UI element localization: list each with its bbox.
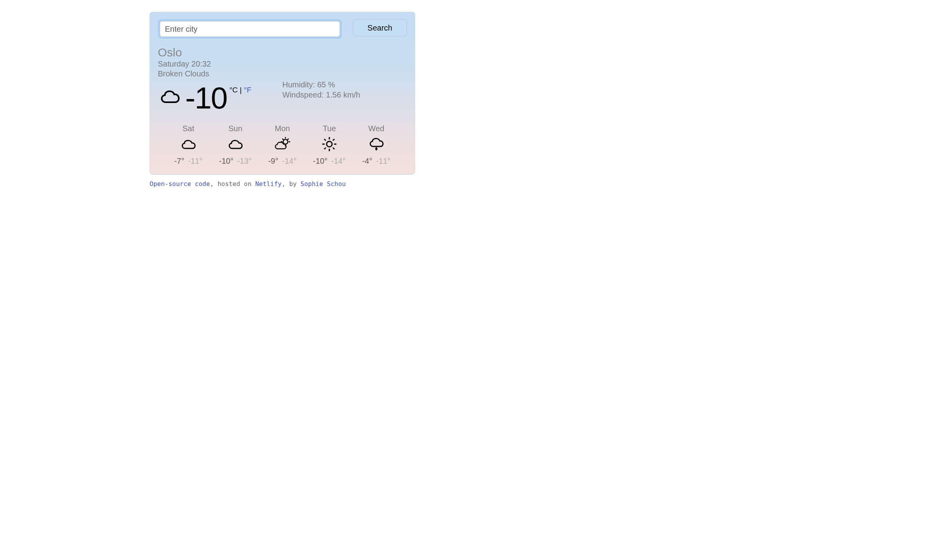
unit-separator: |: [238, 86, 244, 94]
forecast-temps: -4° -11°: [353, 157, 400, 166]
humidity-label: Humidity:: [282, 80, 317, 89]
forecast-day: Sun -10° -13°: [212, 124, 259, 166]
forecast-hi: -7°: [174, 157, 184, 165]
datetime-text: Saturday 20:32: [158, 59, 407, 69]
footer-text: , by: [282, 180, 300, 188]
netlify-link[interactable]: Netlify: [255, 180, 282, 188]
author-link[interactable]: Sophie Schou: [300, 180, 346, 188]
humidity-value: 65 %: [317, 80, 335, 89]
sun-icon: [306, 135, 353, 153]
forecast-day: Mon -9° -14°: [259, 124, 306, 166]
svg-point-7: [327, 141, 332, 147]
forecast-temps: -10° -14°: [306, 157, 353, 166]
svg-line-13: [333, 148, 334, 149]
footer: Open-source code, hosted on Netlify, by …: [150, 180, 943, 188]
opensource-link[interactable]: Open-source code: [150, 180, 210, 188]
forecast-day-name: Sat: [165, 124, 212, 133]
svg-line-15: [324, 148, 326, 149]
forecast-day: Sat -7° -11°: [165, 124, 212, 166]
unit-fahrenheit[interactable]: °F: [244, 86, 251, 94]
forecast-day-name: Wed: [353, 124, 400, 133]
svg-line-5: [282, 139, 284, 140]
forecast-lo: -14°: [331, 157, 346, 165]
windspeed-value: 1.56 km/h: [326, 90, 360, 99]
forecast-hi: -4°: [362, 157, 372, 165]
temperature-block: -10 °C | °F: [158, 79, 282, 113]
forecast-day-name: Mon: [259, 124, 306, 133]
forecast-day-name: Sun: [212, 124, 259, 133]
forecast-lo: -11°: [376, 157, 390, 165]
search-row: Search: [158, 19, 407, 39]
weather-card: Search Oslo Saturday 20:32 Broken Clouds…: [150, 12, 415, 175]
current-weather-row: -10 °C | °F Humidity: 65 % Windspeed: 1.…: [158, 79, 407, 113]
forecast-day: Tue -10° -14°: [306, 124, 353, 166]
cloud-icon: [158, 87, 183, 106]
unit-toggle: °C | °F: [229, 86, 251, 94]
forecast-temps: -9° -14°: [259, 157, 306, 166]
windspeed-label: Windspeed:: [282, 90, 326, 99]
humidity-row: Humidity: 65 %: [282, 79, 407, 90]
forecast-day-name: Tue: [306, 124, 353, 133]
forecast-row: Sat -7° -11° Sun -10° -13°: [158, 124, 407, 166]
metrics-block: Humidity: 65 % Windspeed: 1.56 km/h: [282, 79, 407, 113]
forecast-hi: -10°: [219, 157, 233, 165]
forecast-hi: -9°: [268, 157, 278, 165]
cloud-icon: [165, 135, 212, 153]
partly-cloudy-icon: [259, 135, 306, 153]
current-temperature: -10: [185, 83, 227, 113]
forecast-day: Wed -4° -11°: [353, 124, 400, 166]
forecast-lo: -13°: [237, 157, 252, 165]
search-button[interactable]: Search: [353, 19, 407, 36]
forecast-lo: -11°: [188, 157, 202, 165]
forecast-temps: -7° -11°: [165, 157, 212, 166]
footer-text: , hosted on: [210, 180, 255, 188]
search-input-wrap: [158, 19, 342, 39]
description-text: Broken Clouds: [158, 69, 407, 79]
forecast-lo: -14°: [282, 157, 296, 165]
unit-celsius[interactable]: °C: [229, 86, 238, 94]
city-search-input[interactable]: [160, 21, 340, 37]
cloud-icon: [212, 135, 259, 153]
svg-line-12: [324, 139, 326, 141]
city-name: Oslo: [158, 46, 407, 59]
svg-line-6: [287, 139, 289, 140]
svg-line-14: [333, 139, 334, 141]
forecast-temps: -10° -13°: [212, 157, 259, 166]
windspeed-row: Windspeed: 1.56 km/h: [282, 90, 407, 100]
svg-point-0: [283, 139, 288, 144]
forecast-hi: -10°: [313, 157, 327, 165]
snow-cloud-icon: [353, 135, 400, 153]
